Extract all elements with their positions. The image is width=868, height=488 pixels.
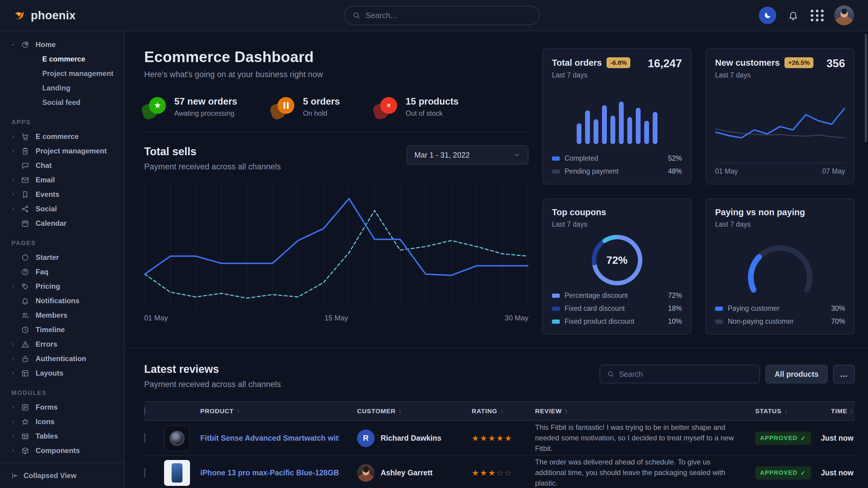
- card-period: Last 7 days: [715, 220, 805, 228]
- sidebar-item-label: Faq: [36, 268, 49, 276]
- apps-grid-button[interactable]: [810, 8, 825, 23]
- column-header-review[interactable]: REVIEW↕: [535, 408, 755, 415]
- legend-row: Percentage discount72%: [552, 291, 682, 300]
- trend-badge: -6.8%: [607, 57, 630, 68]
- status-badge: APPROVED✓: [755, 466, 811, 480]
- sidebar-item-layouts[interactable]: Layouts: [10, 366, 119, 380]
- column-header-product[interactable]: PRODUCT↕: [200, 408, 357, 415]
- phoenix-logo-icon: [12, 8, 26, 22]
- sidebar-item-tables[interactable]: Tables: [10, 429, 119, 444]
- sidebar-item-email[interactable]: Email: [10, 173, 119, 187]
- total-orders-chart: [577, 90, 657, 144]
- stat-caption: Awating processing: [174, 109, 237, 118]
- stat-value: 57 new orders: [174, 96, 237, 107]
- chevron-right-icon: [10, 284, 17, 289]
- status-label: APPROVED: [760, 435, 798, 442]
- more-options-button[interactable]: ...: [833, 365, 855, 383]
- sidebar-item-label: Pricing: [36, 282, 60, 291]
- sidebar-item-icons[interactable]: Icons: [10, 415, 119, 429]
- stat-text: 5 ordersOn hold: [303, 96, 340, 118]
- customer-avatar: [357, 464, 375, 482]
- legend-swatch: [715, 306, 723, 311]
- sidebar-item-label: Events: [36, 190, 59, 199]
- date-range-select[interactable]: Mar 1 - 31, 2022: [407, 145, 528, 165]
- sidebar-item-timeline[interactable]: Timeline: [10, 323, 119, 337]
- reviews-search-input[interactable]: [619, 370, 753, 379]
- sort-icon[interactable]: ↕: [399, 408, 402, 415]
- column-header-time[interactable]: TIME↕: [815, 408, 855, 415]
- user-avatar[interactable]: [834, 5, 854, 25]
- sidebar-item-starter[interactable]: Starter: [10, 250, 119, 265]
- sidebar-subitem-landing[interactable]: Landing: [10, 81, 119, 95]
- sidebar-item-chat[interactable]: Chat: [10, 158, 119, 173]
- brand[interactable]: phoenix: [12, 8, 125, 22]
- legend-label: Fixed product discount: [565, 317, 634, 326]
- collapsed-view-toggle[interactable]: Collapsed View: [0, 463, 124, 488]
- column-header-rating[interactable]: RATING↕: [472, 408, 535, 415]
- chevron-right-icon: [10, 356, 17, 361]
- sidebar-item-social[interactable]: Social: [10, 202, 119, 216]
- sidebar-item-label: Calendar: [36, 219, 67, 228]
- sort-icon[interactable]: ↕: [500, 408, 504, 415]
- new-customers-card: New customers +26.5% Last 7 days 356 01 …: [706, 48, 855, 185]
- sidebar-item-authentication[interactable]: Authentication: [10, 352, 119, 366]
- reviews-search[interactable]: [599, 365, 760, 383]
- chevron-right-icon: [10, 148, 17, 154]
- customer-cell: RRichard Dawkins: [357, 429, 472, 447]
- column-header-customer[interactable]: CUSTOMER↕: [357, 408, 472, 415]
- search-input[interactable]: [366, 11, 531, 20]
- stat-pause-icon: [273, 97, 294, 117]
- sidebar-subitem-e-commerce[interactable]: E commerce: [10, 52, 119, 66]
- sidebar-item-home[interactable]: Home: [10, 37, 119, 52]
- theme-toggle-button[interactable]: [759, 7, 776, 24]
- select-all-checkbox[interactable]: [144, 407, 145, 415]
- sidebar-item-events[interactable]: Events: [10, 187, 119, 202]
- sidebar-subitem-project-management[interactable]: Project management: [10, 66, 119, 81]
- sidebar: HomeE commerceProject managementLandingS…: [0, 31, 125, 488]
- star-icon: ★: [496, 433, 504, 443]
- lock-icon: [21, 355, 31, 363]
- new-customers-xticks: 01 May 07 May: [715, 162, 845, 175]
- sidebar-item-components[interactable]: Components: [10, 444, 119, 458]
- rating-stars: ★★★☆☆: [472, 468, 535, 478]
- sidebar-item-notifications[interactable]: Notifications: [10, 294, 119, 308]
- column-header-status[interactable]: STATUS↕: [755, 408, 815, 415]
- total-sells-chart: [144, 182, 528, 309]
- product-link[interactable]: iPhone 13 pro max-Pacific Blue-128GB sto…: [200, 468, 339, 477]
- total-sells-chart-wrap: 01 May 15 May 30 May: [144, 182, 528, 322]
- row-checkbox[interactable]: [144, 468, 145, 478]
- legend-swatch: [552, 169, 560, 174]
- check-icon: ✓: [801, 469, 806, 477]
- sidebar-subitem-social-feed[interactable]: Social feed: [10, 95, 119, 110]
- review-time: Just now: [815, 434, 855, 443]
- sort-icon[interactable]: ↕: [784, 408, 788, 415]
- row-checkbox[interactable]: [144, 433, 145, 443]
- legend-row: Pending payment48%: [552, 167, 682, 175]
- sidebar-item-pricing[interactable]: Pricing: [10, 279, 119, 294]
- all-products-button[interactable]: All products: [766, 365, 828, 383]
- sidebar-item-calendar[interactable]: Calendar: [10, 216, 119, 231]
- clock-icon: [21, 326, 31, 334]
- product-link[interactable]: Fitbit Sense Advanced Smartwatch with To…: [200, 434, 339, 443]
- sidebar-item-faq[interactable]: Faq: [10, 265, 119, 279]
- sidebar-item-label: Forms: [36, 403, 58, 412]
- sort-icon[interactable]: ↕: [565, 408, 568, 415]
- scrollbar[interactable]: [865, 34, 867, 142]
- notifications-button[interactable]: [786, 8, 801, 23]
- legend-value: 30%: [831, 304, 845, 313]
- collapsed-view-label: Collapsed View: [24, 471, 76, 480]
- sort-icon[interactable]: ↕: [237, 408, 240, 415]
- legend-label: Pending payment: [565, 167, 619, 175]
- sidebar-item-members[interactable]: Members: [10, 308, 119, 323]
- card-title: New customers: [715, 58, 780, 68]
- product-thumb-cell: [164, 460, 200, 486]
- circle-icon: [21, 254, 31, 262]
- sidebar-item-errors[interactable]: Errors: [10, 337, 119, 352]
- sidebar-item-e-commerce[interactable]: E commerce: [10, 129, 119, 144]
- column-label: TIME: [831, 408, 847, 415]
- sort-icon[interactable]: ↕: [850, 408, 854, 415]
- sidebar-item-project-management[interactable]: Project management: [10, 144, 119, 158]
- card-period: Last 7 days: [715, 71, 813, 79]
- global-search[interactable]: [344, 6, 540, 25]
- sidebar-item-forms[interactable]: Forms: [10, 400, 119, 415]
